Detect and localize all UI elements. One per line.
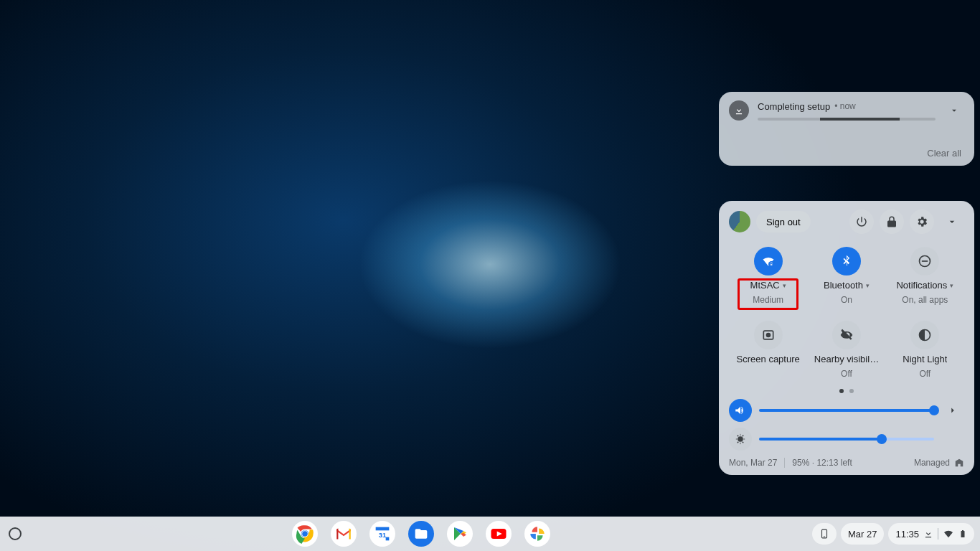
notification-title: Completing setup: [758, 101, 830, 112]
tile-label: MtSAC▾: [750, 280, 786, 291]
quick-settings-panel: Sign out MtSAC▾MediumBluetooth▾OnNotific…: [719, 201, 974, 475]
shelf-time: 11:35: [895, 529, 919, 540]
tile-label: Screen capture: [737, 354, 800, 364]
page-indicator[interactable]: [729, 389, 964, 393]
power-icon[interactable]: [849, 209, 874, 234]
launcher-button[interactable]: [9, 527, 22, 540]
tile-label: Nearby visibil…: [814, 354, 879, 364]
volume-icon[interactable]: [729, 399, 752, 422]
chevron-down-icon[interactable]: [944, 100, 964, 121]
youtube-icon[interactable]: [486, 521, 512, 547]
notification-time: now: [840, 101, 856, 111]
svg-rect-17: [824, 537, 825, 537]
play-store-icon[interactable]: [447, 521, 473, 547]
tile-sublabel: On, all apps: [902, 295, 948, 305]
files-icon[interactable]: [408, 521, 434, 547]
tile-sublabel: Medium: [753, 295, 783, 305]
battery-status-icon: [958, 528, 967, 540]
visibility-off-icon: [832, 321, 861, 349]
shelf-apps: 31: [30, 521, 812, 547]
tile-label: Night Light: [903, 354, 947, 364]
brightness-slider[interactable]: [759, 438, 934, 441]
audio-settings-icon[interactable]: [941, 405, 964, 415]
footer-battery: 95% · 12:13 left: [792, 458, 852, 468]
wifi-status-icon: [943, 528, 954, 540]
qs-tile-visibility-off[interactable]: Nearby visibil…Off: [807, 321, 885, 379]
download-icon: [729, 100, 749, 121]
notification-progress: [758, 118, 936, 121]
clear-all-button[interactable]: Clear all: [729, 148, 964, 159]
brightness-icon[interactable]: [729, 428, 752, 451]
photos-icon[interactable]: [524, 521, 550, 547]
svg-point-9: [302, 531, 308, 537]
calendar-icon[interactable]: 31: [369, 521, 395, 547]
svg-point-4: [766, 334, 770, 337]
qs-tile-dnd[interactable]: Notifications▾On, all apps: [886, 247, 964, 305]
night-icon: [910, 321, 939, 349]
tile-sublabel: On: [841, 295, 852, 305]
capture-icon: [754, 321, 783, 349]
phone-hub-icon[interactable]: [812, 523, 837, 545]
sign-out-button[interactable]: Sign out: [756, 211, 811, 232]
tile-sublabel: Off: [919, 369, 930, 379]
tile-label: Bluetooth▾: [824, 280, 870, 291]
footer-date: Mon, Mar 27: [729, 458, 777, 468]
bluetooth-icon: [832, 247, 861, 276]
svg-rect-12: [376, 527, 390, 531]
shelf-date[interactable]: Mar 27: [841, 523, 884, 545]
svg-rect-13: [386, 537, 390, 541]
download-indicator-icon: [923, 529, 933, 539]
collapse-icon[interactable]: [940, 209, 964, 234]
notification-card: Completing setup • now Clear all: [719, 92, 974, 166]
tile-label: Notifications▾: [896, 280, 953, 291]
avatar[interactable]: [729, 211, 750, 232]
gear-icon[interactable]: [910, 209, 934, 234]
gmail-icon[interactable]: [331, 521, 357, 547]
lock-icon[interactable]: [880, 209, 904, 234]
chrome-icon[interactable]: [292, 521, 318, 547]
desktop-wallpaper: Completing setup • now Clear all Sign ou…: [0, 0, 980, 551]
status-tray[interactable]: 11:35: [888, 523, 974, 545]
volume-slider[interactable]: [759, 409, 934, 412]
qs-tile-capture[interactable]: Screen capture: [729, 321, 807, 379]
dnd-icon: [910, 247, 939, 276]
wifi-icon: [754, 247, 783, 276]
qs-tile-wifi[interactable]: MtSAC▾Medium: [729, 247, 807, 305]
svg-text:31: 31: [379, 532, 386, 539]
qs-tile-night[interactable]: Night LightOff: [886, 321, 964, 379]
managed-indicator[interactable]: Managed: [914, 458, 964, 468]
shelf: 31 Mar 27 11:35: [0, 517, 980, 551]
tile-sublabel: Off: [841, 369, 852, 379]
qs-tile-bluetooth[interactable]: Bluetooth▾On: [807, 247, 885, 305]
